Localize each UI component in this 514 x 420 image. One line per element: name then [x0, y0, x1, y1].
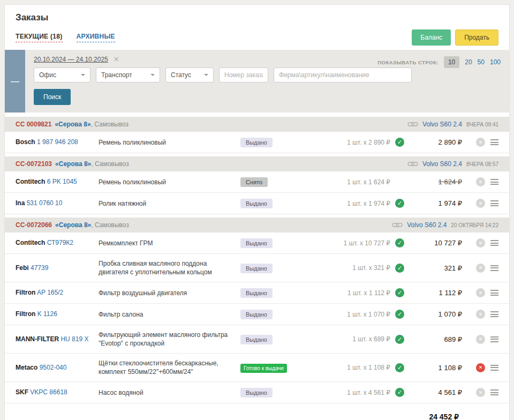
- tab-current-orders[interactable]: ТЕКУЩИЕ (18): [16, 33, 63, 42]
- transport-select[interactable]: Транспорт: [96, 68, 160, 82]
- item-article-link[interactable]: 9502-040: [40, 364, 67, 371]
- item-cancel-icon[interactable]: ✕: [476, 138, 485, 147]
- item-cancel-icon[interactable]: ✕: [476, 335, 485, 344]
- item-confirmed-check-icon: ✓: [395, 335, 404, 344]
- item-article-link[interactable]: 531 0760 10: [27, 199, 63, 207]
- item-cancel-icon[interactable]: ✕: [476, 238, 485, 248]
- vehicle-link-icon[interactable]: [407, 121, 418, 128]
- firm-article-input[interactable]: [274, 68, 412, 82]
- item-cancel-icon[interactable]: ✕: [476, 264, 485, 273]
- item-name: Пробка сливная масляного поддона двигате…: [99, 259, 240, 276]
- item-brand: Contitech: [16, 239, 45, 246]
- clear-date-icon[interactable]: ✕: [114, 55, 119, 63]
- item-article-link[interactable]: K 1126: [37, 310, 57, 318]
- order-address-link[interactable]: «Серова 8»: [55, 160, 91, 168]
- item-cancel-icon[interactable]: ✕: [476, 177, 485, 186]
- order-vehicle-link[interactable]: Volvo S60 2.4: [407, 221, 447, 229]
- order-vehicle-link[interactable]: Volvo S60 2.4: [422, 121, 462, 128]
- item-qty-price: 1 шт. x 1 070 ₽: [347, 311, 390, 318]
- item-cancel-icon[interactable]: ✕: [476, 199, 485, 208]
- item-cancel-icon[interactable]: ✕: [476, 288, 485, 297]
- rows-option-100[interactable]: 100: [490, 58, 501, 66]
- item-confirmed-check-icon: ✓: [395, 264, 404, 273]
- office-select[interactable]: Офис: [34, 68, 90, 82]
- item-confirmed-check-icon: ✓: [395, 288, 404, 297]
- order-number-input[interactable]: [219, 68, 268, 82]
- orders-total: 24 452 ₽: [429, 412, 459, 420]
- item-menu-icon[interactable]: [490, 388, 498, 397]
- vehicle-link-icon[interactable]: [407, 161, 418, 167]
- search-button[interactable]: Поиск: [34, 89, 71, 105]
- rows-option-10[interactable]: 10: [444, 56, 459, 68]
- item-qty-price: 1 шт. x 321 ₽: [352, 264, 390, 272]
- item-status-badge: Выдано: [240, 238, 273, 248]
- item-menu-icon[interactable]: [490, 199, 498, 208]
- order-vehicle-link[interactable]: Volvo S60 2.4: [422, 160, 462, 168]
- page-title: Заказы: [5, 5, 509, 23]
- item-article-link[interactable]: 1 987 946 208: [37, 138, 78, 146]
- balance-button[interactable]: Баланс: [412, 29, 451, 46]
- order-item-row: Contitech СТ979К2Ремкомплект ГРМВыдано1 …: [5, 232, 509, 254]
- order-number-link[interactable]: СС 0009821: [16, 121, 51, 128]
- rows-option-20[interactable]: 20: [465, 58, 472, 66]
- item-total-price: 1 070 ₽: [404, 310, 462, 318]
- order-item-row: Filtron AP 165/2Фильтр воздушный двигате…: [5, 282, 509, 304]
- item-article-link[interactable]: 6 PK 1045: [47, 178, 77, 185]
- order-item-row: Metaco 9502-040Щётки стеклоочистителя бе…: [5, 354, 509, 382]
- item-menu-icon[interactable]: [490, 310, 498, 319]
- item-total-price: 10 727 ₽: [404, 239, 462, 247]
- item-cancel-icon[interactable]: ✕: [476, 310, 485, 319]
- collapse-icon: —: [11, 77, 19, 86]
- item-menu-icon[interactable]: [490, 178, 498, 186]
- vehicle-link-icon[interactable]: [392, 222, 403, 228]
- item-article-link[interactable]: 47739: [31, 264, 48, 272]
- item-qty-price: 1 шт. x 689 ₽: [352, 335, 390, 343]
- filter-panel: — 20.10.2024 — 24.10.2025 ✕ ПОКАЗЫВАТЬ С…: [5, 50, 509, 112]
- item-article-link[interactable]: VKPC 86618: [30, 388, 67, 396]
- tabs-row: ТЕКУЩИЕ (18) АРХИВНЫЕ Баланс Продать: [5, 23, 509, 50]
- item-brand: Ina: [16, 199, 25, 207]
- item-cancel-icon[interactable]: ✕: [476, 363, 485, 372]
- item-qty-price: 1 шт. x 10 727 ₽: [344, 239, 390, 247]
- order-number-link[interactable]: СС-0072103: [16, 160, 52, 168]
- item-total-price: 1 624 ₽: [404, 178, 462, 186]
- rows-option-50[interactable]: 50: [478, 58, 485, 66]
- order-item-row: MANN-FILTER HU 819 XФильтрующий элемент …: [5, 325, 509, 354]
- chevron-down-icon: [204, 74, 208, 76]
- order-number-link[interactable]: СС-0072066: [16, 221, 52, 229]
- item-status-badge: Готово к выдаче: [240, 364, 287, 373]
- item-confirmed-check-icon: ✓: [395, 138, 404, 147]
- item-menu-icon[interactable]: [490, 264, 498, 272]
- order-address-link[interactable]: «Серова 8»: [55, 121, 90, 128]
- item-status-badge: Выдано: [240, 264, 273, 273]
- collapse-filters-button[interactable]: —: [5, 50, 25, 112]
- item-menu-icon[interactable]: [490, 289, 498, 297]
- item-confirmed-check-icon: ✓: [395, 363, 404, 372]
- item-total-price: 2 890 ₽: [404, 138, 462, 146]
- item-qty-price: 1 шт. x 1 112 ₽: [347, 289, 390, 297]
- item-menu-icon[interactable]: [490, 335, 498, 343]
- item-status-badge: Выдано: [240, 138, 273, 147]
- item-brand: MANN-FILTER: [16, 335, 59, 343]
- date-range-filter[interactable]: 20.10.2024 — 24.10.2025: [34, 56, 108, 63]
- total-row: 24 452 ₽: [5, 403, 509, 420]
- item-name: Щётки стеклоочистителя бескаркасные, ком…: [99, 359, 240, 376]
- item-brand: Filtron: [16, 310, 35, 318]
- order-delivery-type: , Самовывоз: [91, 160, 128, 168]
- item-article-link[interactable]: СТ979К2: [47, 239, 73, 246]
- item-menu-icon[interactable]: [490, 138, 498, 147]
- order-timestamp: ВЧЕРА 08:57: [466, 161, 498, 167]
- item-article-link[interactable]: AP 165/2: [37, 289, 63, 296]
- sell-button[interactable]: Продать: [455, 29, 498, 46]
- item-status-badge: Выдано: [240, 288, 273, 298]
- item-menu-icon[interactable]: [490, 363, 498, 372]
- tab-archive-orders[interactable]: АРХИВНЫЕ: [77, 33, 115, 42]
- rows-per-page-label: ПОКАЗЫВАТЬ СТРОК:: [377, 59, 439, 65]
- item-total-price: 1 108 ₽: [404, 364, 462, 372]
- order-item-row: Febi 47739Пробка сливная масляного поддо…: [5, 254, 509, 282]
- status-select[interactable]: Статус: [165, 68, 214, 82]
- item-menu-icon[interactable]: [490, 239, 498, 248]
- order-address-link[interactable]: «Серова 8»: [55, 221, 91, 229]
- item-cancel-icon[interactable]: ✕: [476, 388, 485, 397]
- item-article-link[interactable]: HU 819 X: [61, 335, 88, 343]
